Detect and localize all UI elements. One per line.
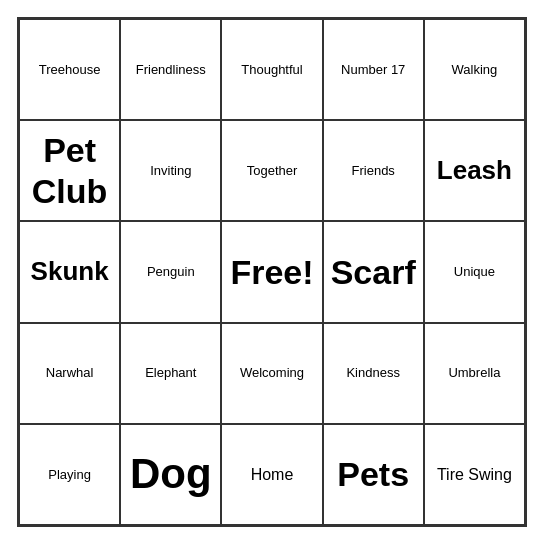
bingo-cell-9: Leash (424, 120, 525, 221)
cell-text-9: Leash (437, 155, 512, 186)
bingo-cell-23: Pets (323, 424, 424, 525)
cell-text-3: Number 17 (341, 62, 405, 78)
cell-text-20: Playing (48, 467, 91, 483)
bingo-cell-2: Thoughtful (221, 19, 322, 120)
bingo-cell-8: Friends (323, 120, 424, 221)
bingo-cell-11: Penguin (120, 221, 221, 322)
cell-text-16: Elephant (145, 365, 196, 381)
cell-text-19: Umbrella (448, 365, 500, 381)
bingo-cell-5: Pet Club (19, 120, 120, 221)
cell-text-2: Thoughtful (241, 62, 302, 78)
cell-text-4: Walking (452, 62, 498, 78)
cell-text-5: Pet Club (24, 130, 115, 212)
cell-text-24: Tire Swing (437, 465, 512, 484)
bingo-cell-20: Playing (19, 424, 120, 525)
bingo-cell-4: Walking (424, 19, 525, 120)
cell-text-8: Friends (352, 163, 395, 179)
cell-text-6: Inviting (150, 163, 191, 179)
bingo-cell-19: Umbrella (424, 323, 525, 424)
cell-text-18: Kindness (346, 365, 399, 381)
cell-text-22: Home (251, 465, 294, 484)
bingo-board: TreehouseFriendlinessThoughtfulNumber 17… (17, 17, 527, 527)
bingo-cell-17: Welcoming (221, 323, 322, 424)
bingo-cell-13: Scarf (323, 221, 424, 322)
cell-text-21: Dog (130, 449, 212, 499)
cell-text-14: Unique (454, 264, 495, 280)
bingo-cell-3: Number 17 (323, 19, 424, 120)
bingo-cell-1: Friendliness (120, 19, 221, 120)
cell-text-1: Friendliness (136, 62, 206, 78)
bingo-cell-21: Dog (120, 424, 221, 525)
cell-text-23: Pets (337, 454, 409, 495)
bingo-cell-0: Treehouse (19, 19, 120, 120)
bingo-cell-15: Narwhal (19, 323, 120, 424)
cell-text-0: Treehouse (39, 62, 101, 78)
cell-text-7: Together (247, 163, 298, 179)
cell-text-17: Welcoming (240, 365, 304, 381)
bingo-cell-16: Elephant (120, 323, 221, 424)
bingo-cell-6: Inviting (120, 120, 221, 221)
bingo-cell-12: Free! (221, 221, 322, 322)
bingo-cell-22: Home (221, 424, 322, 525)
cell-text-10: Skunk (31, 256, 109, 287)
bingo-cell-10: Skunk (19, 221, 120, 322)
bingo-cell-24: Tire Swing (424, 424, 525, 525)
cell-text-13: Scarf (331, 252, 416, 293)
bingo-cell-18: Kindness (323, 323, 424, 424)
bingo-cell-14: Unique (424, 221, 525, 322)
cell-text-11: Penguin (147, 264, 195, 280)
cell-text-15: Narwhal (46, 365, 94, 381)
bingo-cell-7: Together (221, 120, 322, 221)
cell-text-12: Free! (230, 252, 313, 293)
